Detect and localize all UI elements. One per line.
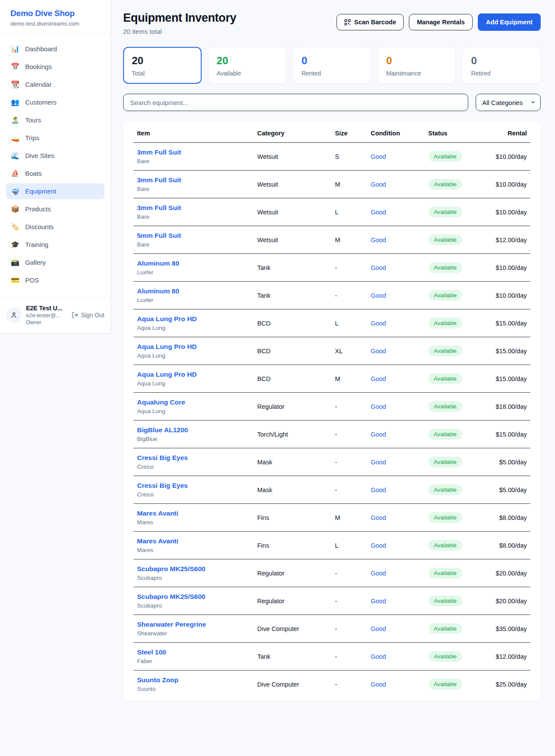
item-condition-link[interactable]: Good [371, 209, 386, 216]
item-condition-link[interactable]: Good [371, 625, 386, 632]
item-name-link[interactable]: Steel 100 [137, 648, 250, 656]
sidebar-item-training[interactable]: 🎓 Training [6, 237, 104, 253]
dive-sites-icon: 🌊 [11, 151, 20, 160]
item-condition-link[interactable]: Good [371, 681, 386, 688]
status-badge: Available [428, 373, 463, 384]
add-equipment-button[interactable]: Add Equipment [478, 13, 541, 31]
sidebar-item-gallery[interactable]: 📸 Gallery [6, 254, 104, 270]
sidebar-item-equipment[interactable]: 🤿 Equipment [6, 183, 104, 199]
stat-card-retired[interactable]: 0 Retired [462, 47, 541, 84]
sidebar-item-tours[interactable]: 🏝️ Tours [6, 112, 104, 128]
category-select[interactable]: All Categories [476, 94, 541, 111]
item-condition-link[interactable]: Good [371, 292, 386, 299]
sidebar-item-customers[interactable]: 👥 Customers [6, 94, 104, 110]
item-name-link[interactable]: Aluminum 80 [137, 287, 250, 295]
sidebar-item-pos[interactable]: 💳 POS [6, 272, 104, 288]
item-condition-link[interactable]: Good [371, 570, 386, 577]
sidebar-item-bookings[interactable]: 📅 Bookings [6, 59, 104, 75]
item-name-link[interactable]: Shearwater Peregrine [137, 621, 250, 628]
shop-name[interactable]: Demo Dive Shop [10, 9, 100, 18]
item-name-link[interactable]: Aluminum 80 [137, 260, 250, 267]
item-category: Tank [254, 643, 331, 671]
sidebar-item-label: Gallery [25, 259, 46, 266]
item-size: - [332, 615, 367, 643]
table-row: 3mm Full Suit Bare Wetsuit L Good Availa… [134, 198, 530, 226]
user-box: E2E Test U... e2e-tester@... Owner Sign … [0, 298, 111, 333]
item-condition-link[interactable]: Good [371, 403, 386, 410]
sidebar-nav: 📊 Dashboard 📅 Bookings 📆 Calendar 👥 Cust… [0, 34, 111, 294]
item-condition-link[interactable]: Good [371, 264, 386, 271]
item-size: M [332, 226, 367, 254]
stat-card-available[interactable]: 20 Available [208, 47, 287, 84]
gallery-icon: 📸 [11, 258, 20, 266]
status-badge: Available [428, 345, 463, 356]
item-brand: Scubapro [137, 602, 250, 609]
sidebar-item-dashboard[interactable]: 📊 Dashboard [6, 41, 104, 57]
item-name-link[interactable]: Aqua Lung Pro HD [137, 315, 250, 323]
item-condition-link[interactable]: Good [371, 514, 386, 521]
item-name-link[interactable]: 3mm Full Suit [137, 148, 250, 156]
stat-card-maintenance[interactable]: 0 Maintenance [378, 47, 456, 84]
item-brand: Luxfer [137, 269, 250, 276]
item-name-link[interactable]: 3mm Full Suit [137, 204, 250, 212]
item-name-link[interactable]: Aqua Lung Pro HD [137, 343, 250, 351]
item-size: XL [332, 337, 367, 365]
sidebar-item-products[interactable]: 📦 Products [6, 201, 104, 217]
item-name-link[interactable]: Mares Avanti [137, 537, 250, 545]
stat-label: Total [132, 70, 193, 77]
stat-card-rented[interactable]: 0 Rented [293, 47, 371, 84]
item-name-link[interactable]: 3mm Full Suit [137, 176, 250, 184]
item-condition-link[interactable]: Good [371, 320, 386, 327]
item-name-link[interactable]: Mares Avanti [137, 509, 250, 517]
status-badge: Available [428, 595, 463, 606]
scan-barcode-button[interactable]: Scan Barcode [336, 14, 404, 30]
item-condition-link[interactable]: Good [371, 348, 386, 355]
item-size: - [332, 393, 367, 421]
sidebar-item-trips[interactable]: 🚤 Trips [6, 130, 104, 146]
main-content: Equipment Inventory 20 items total Scan … [111, 0, 555, 713]
table-row: Mares Avanti Mares Fins M Good Available… [134, 504, 530, 532]
status-badge: Available [428, 457, 463, 467]
sidebar-item-boats[interactable]: ⛵ Boats [6, 165, 104, 181]
item-size: - [332, 282, 367, 309]
item-name-link[interactable]: Aqualung Core [137, 398, 250, 406]
search-input[interactable] [123, 94, 468, 111]
item-rental-price: $18.00/day [490, 393, 530, 421]
sidebar-item-dive-sites[interactable]: 🌊 Dive Sites [6, 148, 104, 164]
item-condition-link[interactable]: Good [371, 431, 386, 438]
table-row: 3mm Full Suit Bare Wetsuit S Good Availa… [134, 143, 530, 171]
item-condition-link[interactable]: Good [371, 375, 386, 382]
stat-card-total[interactable]: 20 Total [123, 47, 202, 84]
item-condition-link[interactable]: Good [371, 653, 386, 660]
item-condition-link[interactable]: Good [371, 459, 386, 466]
item-condition-link[interactable]: Good [371, 542, 386, 549]
item-brand: Mares [137, 547, 250, 553]
item-condition-link[interactable]: Good [371, 237, 386, 243]
item-name-link[interactable]: 5mm Full Suit [137, 232, 250, 240]
item-name-link[interactable]: Scubapro MK25/S600 [137, 565, 250, 573]
items-total-subtitle: 20 items total [123, 28, 236, 35]
item-name-link[interactable]: Scubapro MK25/S600 [137, 593, 250, 601]
item-name-link[interactable]: Cressi Big Eyes [137, 482, 250, 490]
sidebar-item-calendar[interactable]: 📆 Calendar [6, 76, 104, 92]
item-name-link[interactable]: BigBlue AL1200 [137, 426, 250, 434]
sidebar-item-discounts[interactable]: 🏷️ Discounts [6, 219, 104, 235]
item-brand: Cressi [137, 491, 250, 498]
sidebar-item-label: Dive Sites [25, 152, 55, 159]
item-condition-link[interactable]: Good [371, 153, 386, 160]
equipment-table: Item Category Size Condition Status Rent… [134, 122, 530, 698]
sidebar-item-label: Tours [25, 116, 41, 124]
stat-value: 0 [471, 55, 532, 67]
item-name-link[interactable]: Aqua Lung Pro HD [137, 371, 250, 378]
item-condition-link[interactable]: Good [371, 486, 386, 493]
table-row: Shearwater Peregrine Shearwater Dive Com… [134, 615, 530, 643]
sidebar-item-label: Trips [25, 134, 39, 141]
item-condition-link[interactable]: Good [371, 181, 386, 188]
item-name-link[interactable]: Suunto Zoop [137, 676, 250, 684]
sign-out-button[interactable]: Sign Out [72, 312, 104, 319]
status-badge: Available [428, 290, 463, 301]
manage-rentals-button[interactable]: Manage Rentals [409, 14, 472, 30]
user-name: E2E Test U... [26, 305, 67, 312]
item-condition-link[interactable]: Good [371, 598, 386, 605]
item-name-link[interactable]: Cressi Big Eyes [137, 454, 250, 462]
